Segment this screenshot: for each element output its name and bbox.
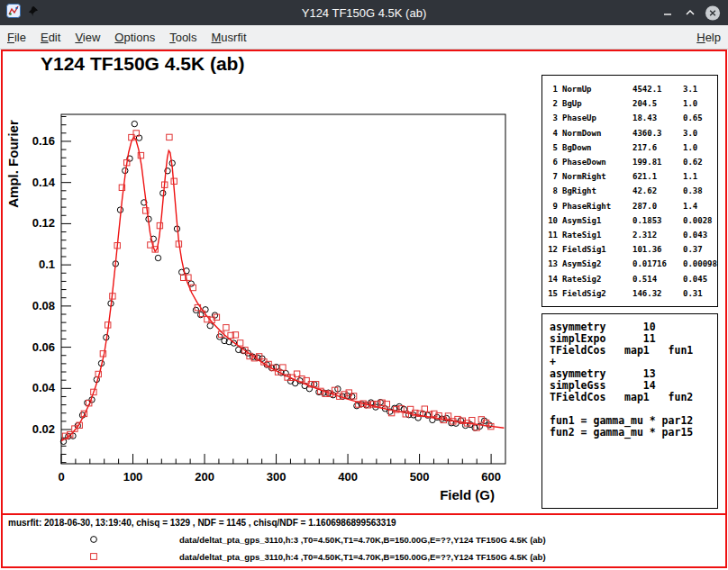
svg-text:0.16: 0.16 <box>32 134 55 148</box>
legend-circle-marker-icon <box>87 533 100 546</box>
series-squares <box>62 131 494 439</box>
titlebar-icons <box>0 4 39 22</box>
menubar: FileEditViewOptionsToolsMusrfit Help <box>0 25 728 50</box>
window-title: Y124 TF150G 4.5K (ab) <box>0 6 728 20</box>
svg-text:400: 400 <box>338 470 358 484</box>
menu-help[interactable]: Help <box>689 27 728 48</box>
menu-file[interactable]: File <box>0 27 33 48</box>
svg-text:0.14: 0.14 <box>32 176 56 189</box>
minimize-button[interactable] <box>660 5 676 21</box>
param-row: 4NormDown4360.33.0 <box>548 126 714 140</box>
legend-row: data/deltat_pta_gps_3110,h:4 ,T0=4.50K,T… <box>3 549 725 564</box>
info-pad[interactable]: musrfit: 2018-06-30, 13:19:40, chisq = 1… <box>3 513 725 566</box>
param-row: 15FieldSig2146.320.31 <box>548 286 714 301</box>
plot-pad[interactable]: 01002003004005006000.020.040.060.080.10.… <box>3 51 725 513</box>
param-row: 13AsymSig20.017160.00098 <box>548 257 714 271</box>
theory-box[interactable]: asymmetry 10simplExpo 11TFieldCos map1 f… <box>541 313 718 509</box>
svg-text:0: 0 <box>58 470 64 484</box>
menu-musrfit[interactable]: Musrfit <box>205 27 254 48</box>
svg-text:600: 600 <box>481 470 501 484</box>
param-row: 1NormUp4542.13.1 <box>548 82 714 96</box>
menu-tools[interactable]: Tools <box>162 27 204 48</box>
param-row: 12FieldSig1101.360.37 <box>548 242 714 257</box>
fit-curve <box>61 137 504 440</box>
theory-line: fun2 = gamma_mu * par15 <box>550 427 714 439</box>
menu-view[interactable]: View <box>68 27 107 48</box>
fit-info-text: musrfit: 2018-06-30, 13:19:40, chisq = 1… <box>8 518 396 528</box>
plot-title: Y124 TF150G 4.5K (ab) <box>41 53 244 75</box>
maximize-button[interactable] <box>682 5 698 21</box>
window-controls <box>660 5 728 21</box>
svg-text:0.06: 0.06 <box>32 340 55 354</box>
theory-line: TFieldCos map1 fun1 <box>550 345 714 357</box>
param-row: 2BgUp204.51.0 <box>548 96 714 111</box>
svg-text:0.1: 0.1 <box>39 258 55 271</box>
axes: 01002003004005006000.020.040.060.080.10.… <box>5 117 501 502</box>
svg-text:300: 300 <box>267 470 287 484</box>
param-row: 3PhaseUp18.430.65 <box>548 111 714 125</box>
y-axis-label: Ampl. Fourier <box>5 120 21 208</box>
param-row: 9PhaseRight287.01.4 <box>548 199 714 213</box>
svg-text:500: 500 <box>410 470 430 484</box>
legend-square-marker-icon <box>87 550 100 563</box>
parameter-box[interactable]: 1NormUp4542.13.12BgUp204.51.03PhaseUp18.… <box>541 75 718 307</box>
pin-icon[interactable] <box>27 5 39 21</box>
plot-svg[interactable]: 01002003004005006000.020.040.060.080.10.… <box>3 51 543 513</box>
param-row: 14RateSig20.5140.045 <box>548 272 714 286</box>
legend-row: data/deltat_pta_gps_3110,h:3 ,T0=4.50K,T… <box>3 532 725 547</box>
svg-text:0.12: 0.12 <box>32 216 55 230</box>
param-row: 5BgDown217.61.0 <box>548 140 714 155</box>
menu-edit[interactable]: Edit <box>33 27 68 48</box>
param-row: 10AsymSig10.18530.0028 <box>548 213 714 228</box>
menu-options[interactable]: Options <box>107 27 162 48</box>
root-canvas[interactable]: 01002003004005006000.020.040.060.080.10.… <box>1 50 727 568</box>
x-axis-label: Field (G) <box>440 487 495 502</box>
param-row: 11RateSig12.3120.043 <box>548 228 714 242</box>
param-row: 7NormRight621.11.1 <box>548 169 714 184</box>
close-button[interactable] <box>705 5 721 21</box>
svg-text:0.02: 0.02 <box>32 422 55 436</box>
plot-frame <box>61 114 505 464</box>
legend-label: data/deltat_pta_gps_3110,h:4 ,T0=4.50K,T… <box>179 552 546 562</box>
app-window: Y124 TF150G 4.5K (ab) FileEditViewOption… <box>0 0 728 570</box>
theory-line: TFieldCos map1 fun2 <box>550 392 714 403</box>
param-row: 8BgRight42.620.38 <box>548 184 714 198</box>
svg-text:0.08: 0.08 <box>32 299 55 312</box>
titlebar: Y124 TF150G 4.5K (ab) <box>0 0 728 25</box>
param-row: 6PhaseDown199.810.62 <box>548 155 714 169</box>
legend-label: data/deltat_pta_gps_3110,h:3 ,T0=4.50K,T… <box>179 535 546 545</box>
svg-text:200: 200 <box>195 470 214 484</box>
app-icon <box>6 4 21 22</box>
svg-text:0.04: 0.04 <box>32 381 56 394</box>
svg-text:100: 100 <box>123 470 143 484</box>
